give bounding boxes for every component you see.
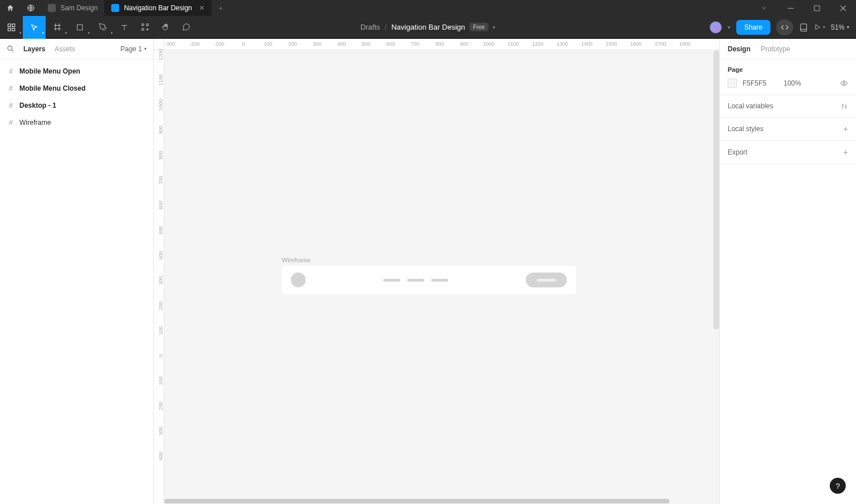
settings-icon[interactable] <box>841 103 848 110</box>
canvas[interactable]: Wireframe <box>164 50 719 504</box>
frame-icon: # <box>7 84 15 92</box>
avatar[interactable] <box>709 21 722 34</box>
svg-rect-6 <box>12 28 15 31</box>
layer-mobile-menu-open[interactable]: # Mobile Menu Open <box>0 63 153 80</box>
color-opacity[interactable]: 100% <box>784 79 801 87</box>
resources-tool[interactable] <box>135 16 155 39</box>
file-icon <box>48 4 56 12</box>
window-close[interactable] <box>830 0 856 16</box>
local-variables-row[interactable]: Local variables <box>720 95 856 117</box>
export-row[interactable]: Export + <box>720 141 856 164</box>
ruler-tick: 700 <box>411 41 419 47</box>
close-icon[interactable]: ✕ <box>199 4 205 12</box>
page-section: Page F5F5F5 100% <box>720 59 856 95</box>
chevron-down-icon[interactable] <box>751 0 777 16</box>
tab-navigation-bar-design[interactable]: Navigation Bar Design ✕ <box>104 0 211 16</box>
window-minimize[interactable] <box>777 0 804 16</box>
ruler-tick: 600 <box>158 200 164 211</box>
svg-rect-7 <box>77 25 82 30</box>
scrollbar-thumb[interactable] <box>164 499 670 503</box>
ruler-tick: 400 <box>337 41 346 47</box>
ruler-tick: 100 <box>158 375 164 387</box>
frame-icon: # <box>7 101 15 109</box>
scrollbar-horizontal[interactable] <box>164 498 713 504</box>
tab-label: Sam Design <box>60 4 98 12</box>
ruler-vertical[interactable]: 1200110010009008007006005004003002001000… <box>154 50 164 504</box>
breadcrumb-folder[interactable]: Drafts <box>360 23 380 31</box>
present-button[interactable]: ▾ <box>814 23 825 31</box>
layers-list: # Mobile Menu Open # Mobile Menu Closed … <box>0 59 153 135</box>
ruler-tick: 200 <box>158 400 164 412</box>
svg-point-13 <box>842 104 843 105</box>
frame-label[interactable]: Wireframe <box>282 257 311 263</box>
wireframe-logo-placeholder[interactable] <box>291 273 306 287</box>
ruler-tick: 0 <box>242 41 245 47</box>
canvas-wrap: -300-200-1000100200300400500600700800900… <box>154 39 719 504</box>
comment-tool[interactable] <box>176 16 196 39</box>
file-name[interactable]: Navigation Bar Design <box>391 23 465 31</box>
ruler-tick: 1000 <box>158 99 164 111</box>
ruler-tick: 1000 <box>483 41 494 47</box>
tab-layers[interactable]: Layers <box>23 45 46 53</box>
chevron-down-icon[interactable]: ▾ <box>493 25 496 30</box>
ruler-tick: 800 <box>435 41 444 47</box>
scrollbar-vertical[interactable] <box>713 50 719 330</box>
page-background-color[interactable]: F5F5F5 100% <box>728 79 848 88</box>
ruler-tick: 1100 <box>508 41 519 47</box>
file-icon <box>111 4 119 12</box>
left-panel: Layers Assets Page 1 ▾ # Mobile Menu Ope… <box>0 39 154 504</box>
tab-sam-design[interactable]: Sam Design <box>41 0 104 16</box>
search-icon[interactable] <box>7 45 14 52</box>
window-maximize[interactable] <box>804 0 830 16</box>
window-controls <box>751 0 856 16</box>
text-tool[interactable] <box>114 16 135 39</box>
breadcrumb: Drafts / Navigation Bar Design Free ▾ <box>360 23 496 31</box>
help-button[interactable]: ? <box>830 478 846 494</box>
svg-rect-2 <box>814 6 820 11</box>
zoom-control[interactable]: 51% ▾ <box>831 23 849 31</box>
svg-point-14 <box>845 107 846 108</box>
local-styles-row[interactable]: Local styles + <box>720 117 856 141</box>
layer-mobile-menu-closed[interactable]: # Mobile Menu Closed <box>0 80 153 97</box>
ruler-horizontal[interactable]: -300-200-1000100200300400500600700800900… <box>164 39 719 50</box>
shape-tool[interactable]: ▾ <box>68 16 91 39</box>
share-button[interactable]: Share <box>736 20 770 35</box>
layer-wireframe[interactable]: # Wireframe <box>0 114 153 131</box>
dev-mode-button[interactable] <box>776 19 793 35</box>
tab-design[interactable]: Design <box>728 45 750 53</box>
plus-icon[interactable]: + <box>843 124 848 133</box>
wireframe-button-placeholder[interactable] <box>526 273 567 287</box>
color-hex[interactable]: F5F5F5 <box>743 79 766 87</box>
right-panel-tabs: Design Prototype <box>720 39 856 59</box>
layer-label: Mobile Menu Closed <box>19 84 86 92</box>
move-tool[interactable]: ▾ <box>23 16 46 39</box>
new-tab-button[interactable]: ＋ <box>212 3 230 13</box>
export-label: Export <box>728 148 748 156</box>
frame-tool[interactable]: ▾ <box>46 16 68 39</box>
pen-tool[interactable]: ▾ <box>91 16 114 39</box>
chevron-down-icon[interactable]: ▾ <box>728 25 731 30</box>
page-selector[interactable]: Page 1 ▾ <box>120 45 147 53</box>
local-styles-label: Local styles <box>728 125 764 133</box>
ruler-tick: -200 <box>189 41 200 47</box>
layer-desktop-1[interactable]: # Desktop - 1 <box>0 97 153 114</box>
color-swatch[interactable] <box>728 79 737 88</box>
zoom-value: 51% <box>831 23 845 31</box>
tab-label: Navigation Bar Design <box>124 4 192 12</box>
library-icon[interactable] <box>799 23 808 32</box>
wireframe-frame[interactable] <box>282 266 576 294</box>
main-menu-button[interactable]: ▾ <box>0 16 23 39</box>
wireframe-link-placeholder[interactable] <box>431 279 448 282</box>
visibility-icon[interactable] <box>840 79 848 87</box>
tab-assets[interactable]: Assets <box>55 45 75 53</box>
tab-prototype[interactable]: Prototype <box>761 45 790 53</box>
wireframe-link-placeholder[interactable] <box>383 279 400 282</box>
wireframe-link-placeholder[interactable] <box>407 279 424 282</box>
right-panel: Design Prototype Page F5F5F5 100% Local … <box>719 39 856 504</box>
plus-icon[interactable]: + <box>843 148 848 157</box>
home-icon[interactable] <box>0 0 21 16</box>
community-icon[interactable] <box>21 0 41 16</box>
hand-tool[interactable] <box>155 16 176 39</box>
frame-icon: # <box>7 119 15 127</box>
ruler-tick: 1300 <box>557 41 568 47</box>
